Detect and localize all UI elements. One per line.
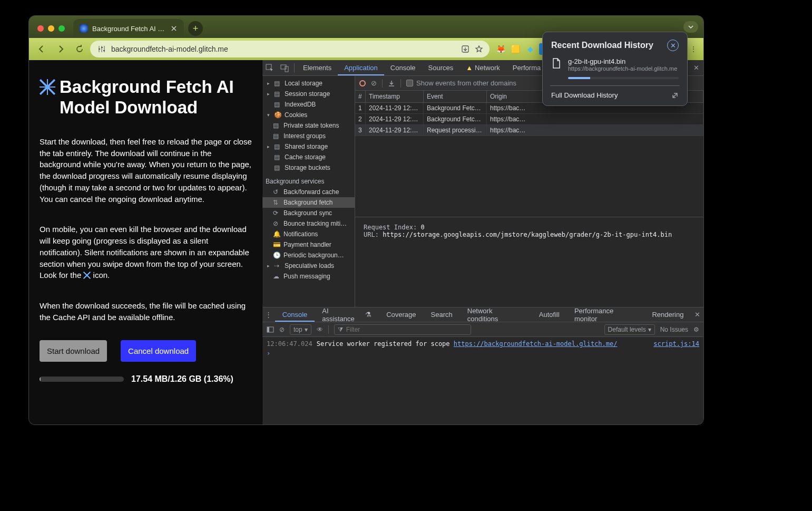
drawer-more-icon[interactable]: ⋮ [262,311,275,319]
tree-notifications[interactable]: Notifications [283,230,318,238]
download-item[interactable]: g-2b-it-gpu-int4.bin https://backgroundf… [551,57,679,72]
tree-payment[interactable]: Payment handler [283,241,331,248]
tree-speculative[interactable]: Speculative loads [285,262,334,269]
tree-bounce[interactable]: Bounce tracking miti… [283,220,347,227]
close-tab-icon[interactable] [170,25,178,32]
tree-storage-buckets[interactable]: Storage buckets [285,164,330,171]
button-row: Start download Cancel download [40,340,252,362]
tree-bf-cache[interactable]: Back/forward cache [283,188,339,196]
console-link[interactable]: https://backgroundfetch-ai-model.glitch.… [454,340,618,348]
install-app-icon[interactable] [461,45,469,53]
tree-bg-sync[interactable]: Background sync [283,209,332,217]
tree-indexeddb[interactable]: IndexedDB [285,101,316,108]
clear-icon[interactable]: ⊘ [371,79,377,87]
console-clear-icon[interactable]: ⊘ [279,326,285,333]
page-title: Background Fetch AI Model Download [40,77,252,118]
tree-shared-storage[interactable]: Shared storage [285,143,328,150]
tree-local-storage[interactable]: Local storage [285,80,322,87]
device-toggle-icon[interactable] [277,61,292,75]
drawer-tab-ai-label: AI assistance [322,307,362,323]
tab-console[interactable]: Console [384,60,422,75]
download-progress-bar [568,77,679,79]
tab-performance[interactable]: Performa [506,60,547,75]
console-ts: 12:06:47.024 [267,339,312,349]
ext-icon-1[interactable]: 🦊 [495,43,506,55]
start-download-button[interactable]: Start download [40,340,107,362]
console-body[interactable]: 12:06:47.024 Service worker registered f… [262,337,703,425]
download-popup-close-icon[interactable]: ✕ [667,40,679,51]
page-paragraph-2: On mobile, you can even kill the browser… [40,224,252,281]
site-settings-icon[interactable] [96,44,107,54]
tab-network[interactable]: ▲Network [459,60,506,75]
table-row[interactable]: 3 2024-11-29 12:… Request processin… htt… [355,125,703,136]
new-tab-button[interactable]: + [188,21,203,36]
tree-periodic[interactable]: Periodic backgroun… [283,252,344,259]
back-button[interactable] [33,41,50,57]
forward-button[interactable] [52,41,69,57]
inspect-element-icon[interactable] [262,61,277,75]
console-filter[interactable]: ⧩ [334,324,471,335]
tree-push[interactable]: Push messaging [283,273,330,280]
close-window-icon[interactable] [37,25,44,32]
tree-bg-fetch[interactable]: Background fetch [283,199,332,206]
drawer-tab-netcond[interactable]: Network conditions [460,307,532,322]
show-other-domains-label: Show events from other domains [416,79,516,87]
console-levels-selector[interactable]: Default levels ▾ [604,324,655,335]
maximize-window-icon[interactable] [58,25,65,32]
tree-private-state[interactable]: Private state tokens [283,122,339,129]
tab-application[interactable]: Application [338,60,384,75]
reload-button[interactable] [71,41,88,57]
console-issues[interactable]: No Issues [660,326,688,333]
console-log-line: 12:06:47.024 Service worker registered f… [267,339,699,349]
drawer-tab-autofill[interactable]: Autofill [532,307,567,322]
drawer-tab-console[interactable]: Console [275,307,315,322]
cancel-download-button[interactable]: Cancel download [121,340,196,362]
show-other-domains-checkbox[interactable]: Show events from other domains [406,79,516,87]
browser-tab[interactable]: Background Fetch AI Model D [73,19,184,38]
application-tree[interactable]: ▸▤Local storage ▸▤Session storage ▤Index… [262,76,355,307]
minimize-window-icon[interactable] [48,25,54,32]
console-sidebar-toggle-icon[interactable] [267,326,274,333]
col-timestamp[interactable]: Timestamp [366,91,424,102]
tree-cookies[interactable]: Cookies [285,111,307,119]
table-row[interactable]: 2 2024-11-29 12:… Background Fetch … htt… [355,114,703,125]
console-filter-input[interactable] [346,326,467,333]
external-link-icon [671,92,679,99]
tree-interest-groups[interactable]: Interest groups [283,132,326,140]
drawer-tab-rendering[interactable]: Rendering [644,307,691,322]
console-toolbar: ⊘ top ▾ 👁 ⧩ Default levels ▾ [262,322,703,337]
content-area: Background Fetch AI Model Download Start… [29,60,703,425]
save-icon[interactable] [388,80,395,87]
tree-cache-storage[interactable]: Cache storage [285,153,326,161]
full-download-history-link[interactable]: Full Download History [551,91,679,99]
console-live-expr-icon[interactable]: 👁 [317,326,323,333]
tab-elements[interactable]: Elements [297,60,338,75]
tab-overflow-button[interactable] [683,21,698,33]
browser-menu-icon[interactable]: ⋮ [688,43,699,55]
favicon-icon [80,24,88,33]
tab-sources[interactable]: Sources [422,60,460,75]
record-icon[interactable] [359,80,366,86]
drawer-tab-search[interactable]: Search [424,307,460,322]
drawer-tabbar: ⋮ Console AI assistance ⚗ Coverage Searc… [262,307,703,322]
col-num[interactable]: # [355,91,366,102]
window-traffic-lights[interactable] [37,25,65,32]
devtools-close-icon[interactable]: ✕ [689,61,703,75]
drawer-close-icon[interactable]: ✕ [691,311,703,319]
tab-title: Background Fetch AI Model D [92,25,166,33]
tree-bg-services-header: Background services [262,176,355,187]
ext-icon-3[interactable]: ◆ [524,43,536,55]
console-prompt-icon[interactable]: › [267,349,270,358]
ext-icon-2[interactable]: 🟨 [510,43,521,55]
address-bar[interactable]: backgroundfetch-ai-model.glitch.me [90,41,490,57]
console-source-link[interactable]: script.js:14 [653,339,699,349]
tree-session-storage[interactable]: Session storage [285,90,330,98]
drawer-tab-perfmon[interactable]: Performance monitor [567,307,644,322]
full-download-history-label: Full Download History [551,91,618,99]
console-context-selector[interactable]: top ▾ [290,324,311,335]
col-event[interactable]: Event [424,91,487,102]
console-settings-icon[interactable]: ⚙ [693,326,699,333]
bookmark-icon[interactable] [475,45,483,53]
drawer-tab-coverage[interactable]: Coverage [379,307,423,322]
drawer-tab-ai[interactable]: AI assistance ⚗ [315,307,379,322]
